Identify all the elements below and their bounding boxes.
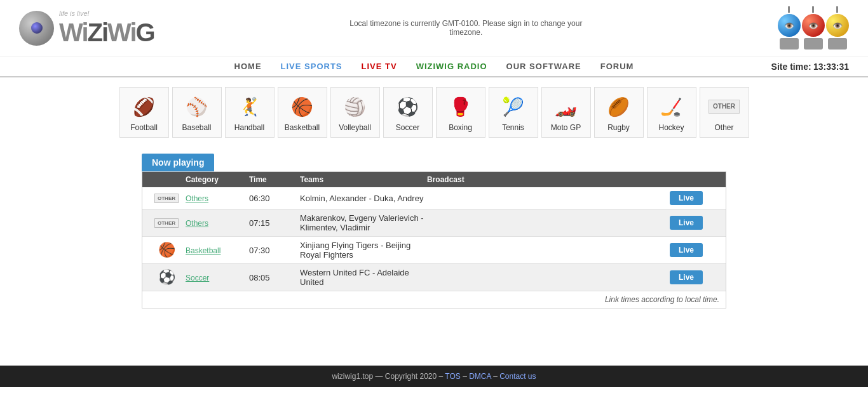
robot-antenna: [788, 6, 790, 13]
now-playing-table: Category Time Teams Broadcast OTHER Othe…: [142, 171, 726, 308]
table-header: Category Time Teams Broadcast: [142, 172, 726, 187]
baseball-icon: ⚾: [183, 93, 211, 121]
logo-area: life is live! WiZiWiG: [19, 10, 154, 47]
col-icon: [147, 175, 186, 184]
football-icon: 🏈: [130, 93, 158, 121]
row-teams: Kolmin, Alexander - Duka, Andrey: [300, 194, 427, 203]
nav-live-sports[interactable]: LIVE SPORTS: [281, 62, 342, 71]
boxing-icon: 🥊: [447, 93, 475, 121]
table-row: ⚽ Soccer 08:05 Western United FC - Adela…: [142, 264, 726, 291]
col-time: Time: [249, 175, 300, 184]
row-time: 06:30: [249, 194, 300, 203]
sport-boxing[interactable]: 🥊 Boxing: [436, 87, 485, 138]
row-category[interactable]: Soccer: [186, 273, 249, 282]
robot-head: 👁️: [778, 14, 801, 37]
sport-rugby[interactable]: 🏉 Rugby: [594, 87, 644, 138]
row-action[interactable]: Live: [670, 243, 721, 257]
footer: wiziwig1.top — Copyright 2020 – TOS – DM…: [0, 366, 868, 387]
sport-baseball-label: Baseball: [182, 123, 211, 132]
basketball-icon: 🏀: [288, 93, 316, 121]
nav-our-software[interactable]: OUR SOFTWARE: [506, 62, 581, 71]
sport-basketball[interactable]: 🏀 Basketball: [278, 87, 327, 138]
sport-football[interactable]: 🏈 Football: [119, 87, 169, 138]
sport-other-label: Other: [714, 123, 733, 132]
rugby-icon: 🏉: [605, 93, 633, 121]
row-time: 07:30: [249, 246, 300, 255]
robot-yellow: 👁️: [826, 6, 849, 50]
site-time-value: 13:33:31: [813, 62, 849, 72]
sport-tennis[interactable]: 🎾 Tennis: [489, 87, 538, 138]
footer-contact[interactable]: Contact us: [499, 372, 536, 381]
robot-antenna: [812, 6, 814, 13]
sport-motogp[interactable]: 🏎️ Moto GP: [541, 87, 591, 138]
live-button[interactable]: Live: [670, 191, 703, 205]
hockey-icon: 🏒: [658, 93, 686, 121]
sport-baseball[interactable]: ⚾ Baseball: [172, 87, 222, 138]
header: life is live! WiZiWiG Local timezone is …: [0, 0, 868, 56]
site-time: Site time: 13:33:31: [771, 62, 849, 72]
timezone-notice: Local timezone is currently GMT-0100. Pl…: [339, 19, 593, 37]
soccer-icon: ⚽: [394, 93, 422, 121]
site-time-label: Site time:: [771, 62, 811, 72]
robot-base: [804, 38, 823, 50]
row-category[interactable]: Basketball: [186, 246, 249, 255]
volleyball-icon: 🏐: [341, 93, 369, 121]
sport-soccer-label: Soccer: [396, 123, 419, 132]
sport-football-label: Football: [130, 123, 158, 132]
col-action: [670, 175, 721, 184]
sport-basketball-label: Basketball: [285, 123, 320, 132]
sport-hockey[interactable]: 🏒 Hockey: [647, 87, 696, 138]
row-category[interactable]: Others: [186, 194, 249, 203]
footer-text: wiziwig1.top — Copyright 2020 –: [332, 372, 443, 381]
nav-home[interactable]: HOME: [234, 62, 262, 71]
sport-soccer[interactable]: ⚽ Soccer: [383, 87, 433, 138]
motogp-icon: 🏎️: [552, 93, 580, 121]
robots-decoration: 👁️ 👁️ 👁️: [778, 6, 849, 50]
row-teams: Makarenkov, Evgeny Valerievich - Kliment…: [300, 213, 427, 232]
sport-rugby-label: Rugby: [607, 123, 630, 132]
footer-tos[interactable]: TOS: [445, 372, 460, 381]
main-content: Now playing Category Time Teams Broadcas…: [129, 147, 739, 315]
handball-icon: 🤾: [236, 93, 264, 121]
table-row: OTHER Others 06:30 Kolmin, Alexander - D…: [142, 187, 726, 209]
sport-handball-label: Handball: [234, 123, 264, 132]
live-button[interactable]: Live: [670, 243, 703, 257]
col-broadcast: Broadcast: [427, 175, 670, 184]
table-row: 🏀 Basketball 07:30 Xinjiang Flying Tiger…: [142, 237, 726, 264]
row-action[interactable]: Live: [670, 270, 721, 284]
sport-volleyball-label: Volleyball: [339, 123, 371, 132]
live-button[interactable]: Live: [670, 270, 703, 284]
link-times-note: Link times according to local time.: [142, 291, 726, 308]
live-button[interactable]: Live: [670, 216, 703, 230]
row-icon: OTHER: [147, 218, 186, 228]
sports-grid: 🏈 Football ⚾ Baseball 🤾 Handball 🏀 Baske…: [0, 77, 868, 147]
robot-base: [780, 38, 799, 50]
row-icon: 🏀: [147, 242, 186, 258]
sport-handball[interactable]: 🤾 Handball: [225, 87, 275, 138]
row-time: 08:05: [249, 273, 300, 282]
robot-antenna: [836, 6, 838, 13]
nav-wiziwig-radio[interactable]: WIZIWIG RADIO: [416, 62, 487, 71]
row-teams: Xinjiang Flying Tigers - Beijing Royal F…: [300, 241, 427, 260]
footer-dmca[interactable]: DMCA: [469, 372, 491, 381]
footer-sep1: –: [463, 372, 469, 381]
navigation: HOME LIVE SPORTS LIVE TV WIZIWIG RADIO O…: [0, 56, 868, 77]
other-icon: OTHER: [710, 93, 738, 121]
sport-volleyball[interactable]: 🏐 Volleyball: [330, 87, 380, 138]
logo-camera-icon: [19, 11, 54, 46]
row-action[interactable]: Live: [670, 191, 721, 205]
sport-other[interactable]: OTHER Other: [700, 87, 749, 138]
sport-motogp-label: Moto GP: [551, 123, 581, 132]
sport-tennis-label: Tennis: [502, 123, 524, 132]
nav-forum[interactable]: FORUM: [600, 62, 634, 71]
robot-base: [828, 38, 847, 50]
row-action[interactable]: Live: [670, 216, 721, 230]
row-category[interactable]: Others: [186, 218, 249, 228]
logo-tagline: life is live!: [59, 10, 154, 17]
nav-live-tv[interactable]: LIVE TV: [362, 62, 397, 71]
robot-head: 👁️: [802, 14, 825, 37]
col-teams: Teams: [300, 175, 427, 184]
row-icon: ⚽: [147, 269, 186, 286]
robot-red: 👁️: [802, 6, 825, 50]
sport-hockey-label: Hockey: [658, 123, 684, 132]
